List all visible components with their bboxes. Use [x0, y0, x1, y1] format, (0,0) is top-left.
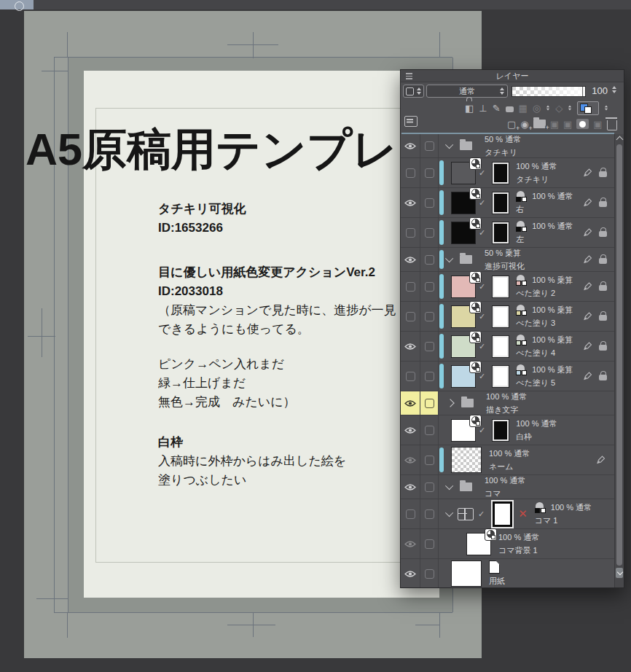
- chevron-up-icon[interactable]: [616, 136, 624, 144]
- mask-thumbnail[interactable]: [493, 192, 509, 214]
- layer-row-content[interactable]: 用紙: [439, 559, 614, 587]
- layer-thumbnail[interactable]: [451, 560, 482, 587]
- layer-mask-icon[interactable]: [576, 119, 589, 129]
- mask-thumbnail[interactable]: [493, 306, 509, 327]
- eye-toggle[interactable]: [401, 272, 420, 301]
- new-correction-layer-icon[interactable]: ◉: [520, 120, 528, 129]
- layer-checkbox[interactable]: [420, 158, 439, 187]
- eye-toggle[interactable]: [401, 218, 420, 247]
- palette-color-spinner[interactable]: [417, 87, 421, 95]
- apply-mask-icon[interactable]: ▣: [593, 120, 602, 129]
- eye-toggle[interactable]: [401, 529, 420, 558]
- layer-row-content[interactable]: 100 % 通常描き文字: [439, 391, 614, 415]
- layer-row-content[interactable]: ✓100 % 乗算べた塗り 3: [439, 302, 614, 331]
- opacity-slider[interactable]: [512, 86, 586, 97]
- new-folder-icon[interactable]: [533, 120, 546, 128]
- layer-row-content[interactable]: ✓100 % 通常左: [439, 218, 614, 247]
- eye-toggle[interactable]: [401, 445, 420, 474]
- layer-row-content[interactable]: ✓100 % 乗算べた塗り 4: [439, 332, 614, 361]
- eye-toggle[interactable]: [401, 475, 420, 499]
- layer-checkbox[interactable]: [420, 559, 439, 587]
- mask-thumbnail[interactable]: [493, 222, 509, 243]
- eye-toggle[interactable]: [401, 188, 420, 217]
- mask-thumbnail[interactable]: [493, 276, 509, 297]
- layer-checkbox[interactable]: [420, 445, 439, 474]
- layer-row-content[interactable]: ✓✕100 % 通常コマ 1: [439, 499, 614, 528]
- layer-row[interactable]: ✓100 % 乗算べた塗り 3: [401, 302, 614, 332]
- layer-thumbnail[interactable]: [493, 501, 512, 527]
- layer-row[interactable]: ✓100 % 乗算べた塗り 2: [401, 272, 614, 302]
- transfer-to-lower-icon[interactable]: ▣: [550, 120, 559, 129]
- layer-row-content[interactable]: 100 % 通常コマ: [439, 475, 614, 499]
- layer-row[interactable]: 100 % 通常ネーム: [401, 445, 614, 475]
- collapse-icon[interactable]: [445, 254, 453, 262]
- clipping-icon[interactable]: ◧: [465, 103, 474, 113]
- ruler-snap-icon[interactable]: ⊥: [479, 103, 487, 113]
- chevron-down-icon[interactable]: [616, 568, 623, 578]
- layer-color-button[interactable]: [577, 101, 599, 115]
- layer-row[interactable]: ✓100 % 乗算べた塗り 4: [401, 332, 614, 362]
- layer-row[interactable]: ✓100 % 乗算べた塗り 5: [401, 362, 614, 391]
- lock-layer-icon[interactable]: [506, 106, 514, 112]
- layer-row-content[interactable]: ✓100 % 乗算べた塗り 5: [439, 362, 614, 391]
- mask-thumbnail[interactable]: [493, 366, 509, 387]
- layer-checkbox[interactable]: [420, 302, 439, 331]
- eye-toggle[interactable]: [401, 415, 420, 445]
- eye-toggle[interactable]: [401, 248, 420, 271]
- layer-row[interactable]: 100 % 通常コマ背景 1: [401, 529, 614, 559]
- panel-title-bar[interactable]: レイヤー: [401, 70, 624, 82]
- draft-layer-icon[interactable]: ✎: [493, 103, 501, 113]
- layer-row-content[interactable]: 100 % 通常コマ背景 1: [439, 529, 614, 558]
- palette-color-selector[interactable]: [403, 85, 424, 98]
- eye-toggle[interactable]: [401, 134, 420, 157]
- mask-thumbnail[interactable]: [493, 336, 509, 357]
- layer-row-content[interactable]: ✓100 % 通常タチキリ: [439, 158, 614, 187]
- layer-checkbox[interactable]: [420, 272, 439, 301]
- lock-transparent-pixels-icon[interactable]: ▦: [519, 103, 528, 113]
- layer-thumbnail[interactable]: [451, 447, 482, 473]
- layer-checkbox[interactable]: [420, 499, 439, 528]
- layer-row-content[interactable]: ✓100 % 通常白枠: [439, 415, 614, 445]
- eye-toggle[interactable]: [401, 332, 420, 361]
- layer-folder-row[interactable]: 50 % 通常タチキリ: [401, 134, 614, 158]
- merge-to-lower-icon[interactable]: ▣: [563, 120, 572, 129]
- blend-mode-dropdown[interactable]: 通常: [426, 85, 508, 98]
- eye-toggle[interactable]: [401, 362, 420, 391]
- layer-checkbox[interactable]: [420, 415, 439, 445]
- eye-toggle[interactable]: [401, 559, 420, 587]
- layer-row-content[interactable]: 100 % 通常ネーム: [439, 445, 614, 474]
- layer-row[interactable]: ✓100 % 通常タチキリ: [401, 158, 614, 188]
- collapse-icon[interactable]: [445, 141, 453, 149]
- eye-toggle[interactable]: [401, 499, 420, 528]
- layer-row[interactable]: ✓100 % 通常白枠: [401, 415, 614, 445]
- mask-thumbnail[interactable]: [493, 420, 509, 441]
- layer-row[interactable]: ✓100 % 通常左: [401, 218, 614, 248]
- layer-folder-row[interactable]: 100 % 通常コマ: [401, 475, 614, 499]
- scrollbar-thumb[interactable]: [616, 144, 622, 566]
- layer-checkbox[interactable]: [420, 248, 439, 271]
- layer-row-content[interactable]: 50 % 乗算進捗可視化: [439, 248, 614, 271]
- layer-checkbox[interactable]: [420, 475, 439, 499]
- layer-list-scrollbar[interactable]: [614, 134, 624, 587]
- palette-display-settings-icon[interactable]: [404, 116, 418, 127]
- layer-checkbox[interactable]: [420, 134, 439, 157]
- panel-menu-icon[interactable]: [406, 73, 412, 79]
- eye-toggle[interactable]: [401, 391, 420, 415]
- active-tool-button[interactable]: [0, 0, 34, 9]
- eye-toggle[interactable]: [401, 302, 420, 331]
- layer-checkbox[interactable]: [420, 332, 439, 361]
- layer-row[interactable]: ✓100 % 通常右: [401, 188, 614, 218]
- enable-mask-icon[interactable]: ◎: [533, 103, 541, 113]
- layer-checkbox[interactable]: [420, 218, 439, 247]
- mask-thumbnail[interactable]: [493, 163, 509, 184]
- layer-row[interactable]: 用紙: [401, 559, 614, 587]
- layer-folder-row[interactable]: 100 % 通常描き文字: [401, 391, 614, 415]
- layer-row-content[interactable]: ✓100 % 乗算べた塗り 2: [439, 272, 614, 301]
- layer-folder-row[interactable]: 50 % 乗算進捗可視化: [401, 248, 614, 272]
- opacity-spinner[interactable]: [612, 86, 616, 93]
- expand-icon[interactable]: [446, 399, 454, 407]
- layer-row[interactable]: ✓✕100 % 通常コマ 1: [401, 499, 614, 529]
- eye-toggle[interactable]: [401, 158, 420, 187]
- collapse-icon[interactable]: [445, 509, 453, 517]
- layer-checkbox[interactable]: [420, 362, 439, 391]
